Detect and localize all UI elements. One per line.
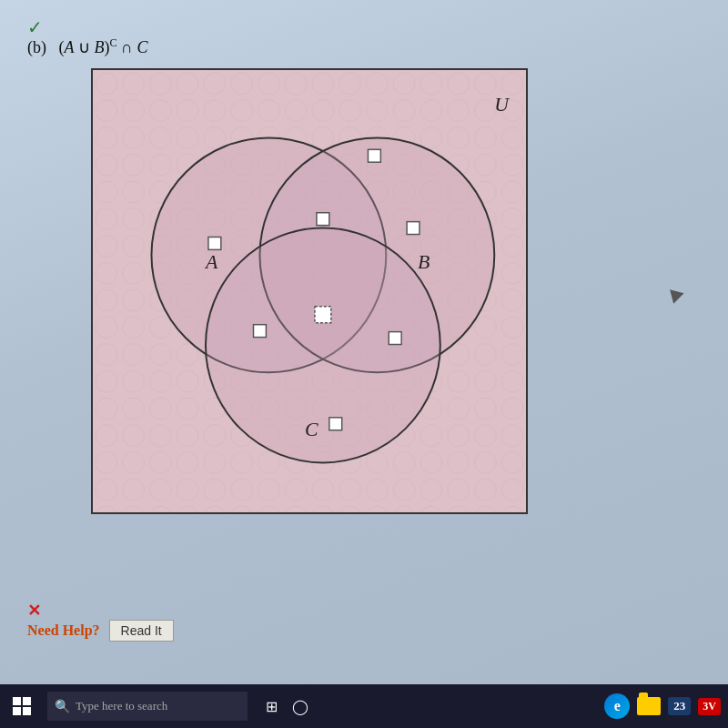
taskbar-icons: ⊞ ◯: [266, 698, 308, 715]
checkbox-bc: [389, 332, 401, 345]
cursor: [666, 289, 683, 306]
checkbox-b-only: [407, 222, 420, 235]
checkbox-c-only: [329, 418, 342, 430]
taskbar-search[interactable]: 🔍 Type here to search: [47, 692, 248, 721]
checkbox-ac: [254, 325, 267, 338]
x-mark: ✕: [27, 601, 41, 621]
search-icon: 🔍: [55, 699, 70, 714]
problem-expression: (A ∪ B)C ∩ C: [59, 38, 148, 56]
checkbox-abc-center: [315, 307, 331, 323]
read-it-button[interactable]: Read It: [109, 620, 174, 642]
checkmark: ✓: [27, 16, 43, 38]
taskview-icon[interactable]: ⊞: [266, 698, 278, 715]
notification-badge[interactable]: 23: [668, 697, 691, 715]
folder-icon[interactable]: [637, 697, 661, 715]
edge-icon[interactable]: e: [604, 693, 630, 719]
svg-point-5: [206, 228, 440, 463]
venn-diagram-svg: U A B C: [93, 70, 526, 512]
windows-icon: [13, 697, 31, 715]
set-c-label: C: [305, 419, 318, 440]
problem-part: (b): [27, 38, 46, 56]
need-help-section: Need Help? Read It: [27, 620, 174, 642]
need-help-label: Need Help?: [27, 622, 100, 639]
problem-label: (b) (A ∪ B)C ∩ C: [27, 36, 148, 57]
taskbar-right-icons: e 23 3V: [604, 693, 721, 719]
venn-diagram-container: U A B C: [91, 68, 528, 514]
start-button[interactable]: [0, 684, 44, 728]
set-a-label: A: [204, 251, 218, 273]
checkbox-outside-top: [368, 149, 380, 162]
universal-label: U: [494, 94, 510, 116]
set-b-label: B: [418, 251, 430, 273]
taskbar: 🔍 Type here to search ⊞ ◯ e 23 3V: [0, 684, 728, 728]
cortana-icon[interactable]: ◯: [292, 698, 308, 715]
checkbox-a-only: [208, 238, 221, 250]
checkbox-ab: [317, 213, 329, 226]
search-placeholder: Type here to search: [76, 699, 167, 713]
av-badge[interactable]: 3V: [698, 698, 721, 715]
screen: ✓ (b) (A ∪ B)C ∩ C U: [0, 0, 728, 728]
